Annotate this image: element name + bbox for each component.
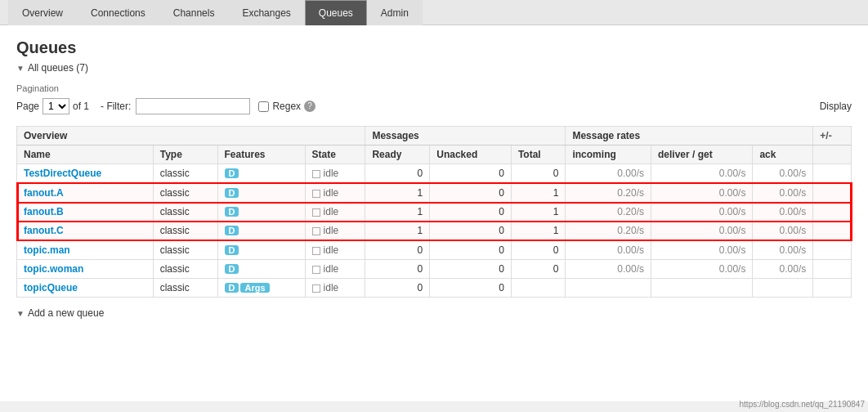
state-checkbox-icon [312,170,320,178]
table-row[interactable]: topic.manclassicDidle0000.00/s0.00/s0.00… [17,240,852,260]
regex-checkbox[interactable] [258,101,269,112]
cell-name[interactable]: topic.man [17,240,154,260]
queue-name-link[interactable]: topic.woman [24,263,83,275]
state-checkbox-icon [312,227,320,235]
nav-item-connections[interactable]: Connections [77,0,159,25]
cell-ack: 0.00/s [753,240,813,260]
page-content: Queues ▼ All queues (7) Pagination Page … [0,25,868,401]
nav-item-overview[interactable]: Overview [8,0,77,25]
table-row[interactable]: topic.womanclassicDidle0000.00/s0.00/s0.… [17,260,852,279]
col-name: Name [17,146,154,164]
cell-unacked: 0 [430,240,512,260]
cell-incoming: 0.20/s [566,203,651,222]
cell-type: classic [153,222,217,241]
col-total: Total [511,146,566,164]
col-group-overview: Overview [17,127,365,146]
col-group-messages: Messages [365,127,566,146]
cell-ready: 0 [365,164,430,184]
nav-item-admin[interactable]: Admin [367,0,423,25]
col-type: Type [153,146,217,164]
feature-badge-d[interactable]: D [225,188,239,198]
cell-total: 0 [511,164,566,184]
feature-badge-d[interactable]: D [225,207,239,217]
cell-ack: 0.00/s [753,183,813,203]
cell-ready: 1 [365,183,430,203]
cell-unacked: 0 [430,203,512,222]
cell-type: classic [153,260,217,279]
state-checkbox-icon [312,247,320,255]
cell-deliver-get: 0.00/s [651,183,753,203]
cell-total [511,279,566,298]
queue-name-link[interactable]: topic.man [24,244,70,256]
cell-unacked: 0 [430,183,512,203]
nav-bar: OverviewConnectionsChannelsExchangesQueu… [0,0,868,25]
state-checkbox-icon [312,208,320,217]
section-header[interactable]: ▼ All queues (7) [16,62,852,74]
page-label: Page [16,101,39,112]
add-queue-section[interactable]: ▼ Add a new queue [16,307,852,319]
queue-name-link[interactable]: fanout.B [24,206,64,217]
cell-extra [813,203,852,222]
cell-ready: 0 [365,279,430,298]
cell-total: 1 [511,222,566,241]
section-arrow-icon: ▼ [16,64,25,73]
nav-item-exchanges[interactable]: Exchanges [228,0,304,25]
cell-features: D [217,260,305,279]
cell-incoming [566,279,651,298]
state-checkbox-icon [312,266,320,274]
col-features: Features [217,146,305,164]
cell-name[interactable]: fanout.A [17,183,154,203]
regex-label: Regex [272,101,301,112]
section-label: All queues (7) [28,62,88,74]
table-group-header-row: Overview Messages Message rates +/- [17,127,852,146]
state-checkbox-icon [312,284,320,293]
feature-badge-d[interactable]: D [225,226,239,235]
cell-type: classic [153,164,217,184]
col-group-plusminus[interactable]: +/- [813,127,852,146]
cell-name[interactable]: topic.woman [17,260,154,279]
cell-unacked: 0 [430,222,512,241]
cell-extra [813,164,852,184]
queue-name-link[interactable]: fanout.A [24,187,64,199]
cell-ready: 1 [365,203,430,222]
cell-name[interactable]: TestDirectQueue [17,164,154,184]
cell-name[interactable]: fanout.B [17,203,154,222]
filter-input[interactable] [136,98,250,114]
cell-incoming: 0.00/s [566,240,651,260]
watermark: https://blog.csdn.net/qq_21190847 [740,400,865,401]
cell-ack: 0.00/s [753,222,813,241]
table-row[interactable]: fanout.AclassicDidle1010.20/s0.00/s0.00/… [17,183,852,203]
col-state: State [305,146,365,164]
regex-help-icon[interactable]: ? [304,101,315,112]
col-extra [813,146,852,164]
cell-name[interactable]: fanout.C [17,222,154,241]
cell-state: idle [305,222,365,241]
cell-name[interactable]: topicQueue [17,279,154,298]
cell-features: D [217,240,305,260]
cell-state: idle [305,164,365,184]
cell-features: D [217,183,305,203]
table-col-header-row: Name Type Features State Ready Unacked T… [17,146,852,164]
nav-item-queues[interactable]: Queues [305,0,367,25]
table-row[interactable]: TestDirectQueueclassicDidle0000.00/s0.00… [17,164,852,184]
queue-name-link[interactable]: fanout.C [24,225,64,236]
feature-badge-d[interactable]: D [225,168,239,178]
page-select[interactable]: 1 [43,98,69,114]
nav-item-channels[interactable]: Channels [159,0,229,25]
cell-type: classic [153,203,217,222]
cell-ready: 0 [365,240,430,260]
cell-state: idle [305,260,365,279]
col-ack: ack [753,146,813,164]
feature-badge-d[interactable]: D [225,283,239,293]
queue-name-link[interactable]: topicQueue [24,282,78,293]
pagination-row: Page 1 of 1 - Filter: Regex ? Display [16,98,852,114]
queue-name-link[interactable]: TestDirectQueue [24,168,101,179]
feature-badge-args[interactable]: Args [240,283,269,293]
cell-ready: 1 [365,222,430,241]
feature-badge-d[interactable]: D [225,245,239,255]
table-row[interactable]: fanout.CclassicDidle1010.20/s0.00/s0.00/… [17,222,852,241]
table-row[interactable]: fanout.BclassicDidle1010.20/s0.00/s0.00/… [17,203,852,222]
cell-extra [813,183,852,203]
table-row[interactable]: topicQueueclassicDArgsidle00 [17,279,852,298]
feature-badge-d[interactable]: D [225,264,239,274]
